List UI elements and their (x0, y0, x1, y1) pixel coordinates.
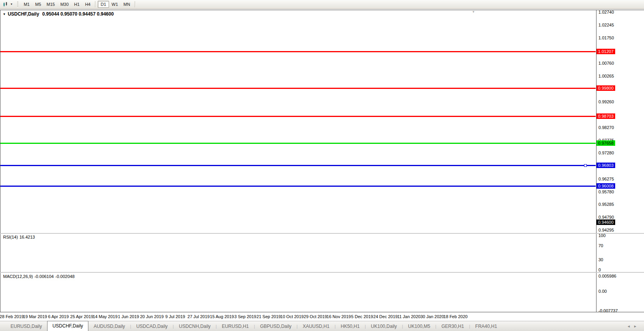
date-axis-label: 5 Dec 2019 (351, 314, 373, 319)
timeframe-h4-button[interactable]: H4 (82, 1, 93, 8)
date-axis-label: 30 Jan 2020 (421, 314, 444, 319)
date-axis-label: 11 Jan 2020 (397, 314, 421, 319)
level-price-label: 0.97658 (596, 140, 615, 146)
toolbar-separator (95, 1, 96, 7)
chart-ohlc-values: 0.95044 0.95070 0.94457 0.94600 (42, 11, 114, 17)
date-axis-label: 28 Feb 2019 (0, 314, 24, 319)
toolbar-drag-grip[interactable] (17, 2, 18, 7)
price-axis-tick: 0.96275 (598, 177, 614, 181)
macd-value-1: -0.006104 (34, 274, 54, 279)
rsi-value: 16.4213 (19, 235, 35, 239)
date-axis-label: 16 Nov 2019 (327, 314, 351, 319)
price-axis-tick: 0.98270 (598, 125, 614, 130)
tab-scroll-arrows: ◄► (627, 324, 640, 328)
tab-hk50-h1[interactable]: HK50,H1 (336, 322, 365, 331)
rsi-axis-tick: 100 (598, 233, 605, 238)
collapse-chart-icon[interactable]: ▼ (3, 12, 6, 16)
level-price-label: 0.96008 (596, 183, 615, 189)
macd-axis-tick: 0.005986 (598, 274, 616, 278)
date-axis-label: 19 Mar 2019 (23, 314, 47, 319)
timeframe-h1-button[interactable]: H1 (71, 1, 82, 8)
timeframe-m30-button[interactable]: M30 (58, 1, 71, 8)
level-price-label: 0.96803 (596, 163, 615, 168)
date-axis-label: 1 Jun 2019 (118, 314, 139, 319)
tab-eurusd-h1[interactable]: EURUSD,H1 (217, 322, 254, 331)
price-axis-tick: 1.00760 (598, 61, 614, 65)
level-line-0.99800[interactable] (0, 88, 596, 89)
tab-eurusd-daily[interactable]: EURUSD,Daily (5, 322, 47, 331)
price-axis-tick: 1.02740 (598, 10, 614, 14)
tab-scroll-left-icon[interactable]: ◄ (627, 324, 633, 328)
level-line-0.96803[interactable] (0, 165, 596, 166)
date-axis-label: 15 Aug 2019 (210, 314, 234, 319)
tab-audusd-daily[interactable]: AUDUSD,Daily (88, 322, 130, 331)
level-price-label: 0.99800 (596, 85, 615, 91)
date-axis-label: 3 Sep 2019 (234, 314, 256, 319)
date-axis-label: 10 Oct 2019 (280, 314, 304, 319)
price-axis-tick: 1.01750 (598, 35, 614, 40)
level-line-0.98703[interactable] (0, 116, 596, 117)
level-selection-handle[interactable] (584, 164, 587, 167)
date-axis-label: 21 Sep 2019 (257, 314, 281, 319)
top-toolbar: ▼ M1M5M15M30H1H4D1W1MN (0, 0, 644, 9)
current-price-label: 0.94600 (596, 219, 615, 225)
charts-toolbar-dropdown-button[interactable]: ▼ (2, 1, 14, 7)
tab-ger30-h1[interactable]: GER30,H1 (436, 322, 469, 331)
price-axis-tick: 1.02245 (598, 23, 614, 27)
price-axis-tick: 0.94790 (598, 215, 614, 219)
tab-usdcnh-daily[interactable]: USDCNH,Daily (174, 322, 215, 331)
timeframe-m15-button[interactable]: M15 (44, 1, 58, 8)
date-axis-label: 20 Jun 2019 (140, 314, 164, 319)
macd-axis-tick: -0.007737 (598, 308, 618, 313)
chart-header: ▼USDCHF,Daily0.95044 0.95070 0.94457 0.9… (3, 11, 114, 17)
level-price-label: 1.01207 (596, 49, 615, 54)
tab-xauusd-h1[interactable]: XAUUSD,H1 (297, 322, 334, 331)
toolbar-separator (135, 1, 135, 7)
tab-uk100-daily[interactable]: UK100,Daily (366, 322, 402, 331)
macd-axis-tick: 0.00 (598, 289, 607, 294)
rsi-axis-tick: 0 (598, 267, 601, 272)
level-line-0.96008[interactable] (0, 186, 596, 187)
rsi-indicator-label: RSI(14)16.4213 (3, 235, 37, 239)
tab-usdchf-daily[interactable]: USDCHF,Daily (47, 321, 89, 331)
tab-usdcad-daily[interactable]: USDCAD,Daily (131, 322, 173, 331)
tab-scroll-right-icon[interactable]: ► (633, 324, 640, 328)
level-line-0.97658[interactable] (0, 143, 596, 144)
chart-tabs: EURUSD,DailyUSDCHF,DailyAUDUSD,Daily|USD… (5, 321, 502, 331)
pane-splitter-macd-highlight (0, 273, 644, 273)
level-line-1.01207[interactable] (0, 51, 596, 52)
price-axis-line (596, 10, 596, 312)
tab-gbpusd-daily[interactable]: GBPUSD,Daily (255, 322, 297, 331)
timeframe-d1-button[interactable]: D1 (98, 1, 109, 8)
charts-toolbar-icon (3, 2, 9, 7)
date-axis-label: 6 Apr 2019 (48, 314, 69, 319)
tab-fra40-h1[interactable]: FRA40,H1 (470, 322, 502, 331)
timeframe-w1-button[interactable]: W1 (109, 1, 121, 8)
macd-indicator-label: MACD(12,26,9)-0.006104-0.002048 (3, 274, 76, 279)
chart-shift-marker-icon[interactable]: ▼ (472, 10, 475, 14)
date-axis-label: 9 Jul 2019 (165, 314, 185, 319)
date-axis-label: 18 Feb 2020 (443, 314, 468, 319)
chart-bottom-border (0, 312, 644, 312)
date-axis-label: 14 May 2019 (93, 314, 118, 319)
date-axis-label: 25 Apr 2019 (70, 314, 93, 319)
price-axis-tick: 0.95780 (598, 189, 614, 194)
date-axis-label: 29 Oct 2019 (304, 314, 327, 319)
price-axis-tick: 0.94295 (598, 228, 614, 232)
date-axis-label: 27 Jul 2019 (188, 314, 210, 319)
chart-symbol-label: USDCHF,Daily (8, 11, 39, 17)
timeframe-mn-button[interactable]: MN (121, 1, 133, 8)
chart-tab-bar: EURUSD,DailyUSDCHF,DailyAUDUSD,Daily|USD… (0, 321, 644, 331)
tab-uk100-m5[interactable]: UK100,M5 (403, 322, 435, 331)
price-axis-tick: 0.97280 (598, 150, 614, 155)
macd-name: MACD(12,26,9) (3, 274, 33, 279)
rsi-name: RSI(14) (3, 235, 18, 239)
price-axis-tick: 0.99260 (598, 99, 614, 104)
level-price-label: 0.98703 (596, 113, 615, 119)
timeframe-m5-button[interactable]: M5 (32, 1, 44, 8)
timeframe-m1-button[interactable]: M1 (21, 1, 32, 8)
chart-left-border (0, 10, 0, 312)
chart-top-border (0, 10, 644, 10)
application-window: ▼ M1M5M15M30H1H4D1W1MN ▼USDCHF,Daily0.95… (0, 0, 644, 331)
rsi-axis-tick: 70 (598, 243, 603, 248)
